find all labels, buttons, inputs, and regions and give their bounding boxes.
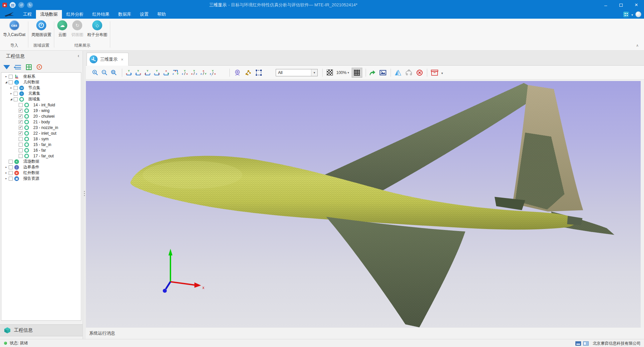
tree-item[interactable]: ▸ 报告资源 bbox=[1, 176, 81, 181]
tree-checkbox[interactable] bbox=[19, 109, 23, 113]
tab-3d-view[interactable]: 三维显示 bbox=[87, 53, 129, 66]
collapse-ribbon-icon[interactable] bbox=[636, 43, 639, 48]
collapse-panel-icon[interactable] bbox=[78, 53, 79, 58]
ribbon-button[interactable]: 周期面设置 bbox=[30, 20, 52, 38]
chevron-down-icon[interactable] bbox=[631, 11, 633, 17]
mesh-toggle-button[interactable] bbox=[352, 68, 362, 78]
menu-item[interactable]: 红外分析 bbox=[62, 10, 88, 19]
tree-item[interactable]: ◢ 面域集 bbox=[1, 96, 81, 102]
tree-expander[interactable]: ▸ bbox=[4, 177, 8, 180]
new-document-icon[interactable] bbox=[10, 2, 16, 8]
ribbon-button[interactable]: cas 导入Cas/Dat bbox=[2, 20, 26, 38]
view-orientation-icon[interactable]: Y x z bbox=[144, 69, 151, 76]
menu-item[interactable]: 设置 bbox=[136, 10, 153, 19]
tree-checkbox[interactable] bbox=[14, 86, 18, 90]
tree-expander[interactable]: ▸ bbox=[4, 171, 8, 174]
3d-viewport[interactable]: x bbox=[86, 81, 641, 328]
grid-view-icon[interactable] bbox=[26, 64, 32, 70]
tree-item[interactable]: 17 - far_out bbox=[1, 153, 81, 159]
transparency-icon[interactable] bbox=[327, 69, 333, 76]
tree-checkbox[interactable] bbox=[9, 177, 13, 181]
export-arrow-icon[interactable] bbox=[369, 69, 376, 76]
undo-icon[interactable] bbox=[18, 2, 24, 8]
cloud-share-icon[interactable] bbox=[405, 69, 413, 76]
view-orientation-icon[interactable]: x z Y bbox=[200, 69, 207, 76]
menu-item[interactable]: 数据库 bbox=[114, 10, 136, 19]
tree-expander[interactable]: ▸ bbox=[4, 166, 8, 169]
tree-checkbox[interactable] bbox=[19, 131, 23, 135]
tree-checkbox[interactable] bbox=[14, 92, 18, 96]
close-button[interactable] bbox=[629, 0, 644, 10]
locate-icon[interactable] bbox=[37, 64, 42, 70]
menu-item[interactable]: 帮助 bbox=[153, 10, 170, 19]
view-orientation-icon[interactable]: Y z x bbox=[181, 69, 188, 76]
tree-item[interactable]: 22 - inlet_out bbox=[1, 130, 81, 136]
tree-checkbox[interactable] bbox=[9, 160, 13, 164]
panel-footer-tab[interactable]: 工程信息 bbox=[0, 324, 83, 336]
tab-close-icon[interactable] bbox=[121, 57, 124, 62]
tree-checkbox[interactable] bbox=[9, 171, 13, 175]
particles-icon[interactable] bbox=[244, 69, 252, 76]
tree-item[interactable]: ◢ 几何数据 bbox=[1, 79, 81, 85]
tree-item[interactable]: 14 - int_fluid bbox=[1, 102, 81, 108]
tree-expander[interactable]: ▸ bbox=[9, 92, 13, 95]
tree-checkbox[interactable] bbox=[19, 148, 23, 152]
tree-checkbox[interactable] bbox=[9, 165, 13, 169]
tree-item[interactable]: 流场数据 bbox=[1, 159, 81, 164]
app-pin-icon[interactable] bbox=[2, 3, 7, 7]
tree-checkbox[interactable] bbox=[19, 137, 23, 141]
view-orientation-icon[interactable]: x z Y bbox=[163, 69, 169, 76]
ribbon-button[interactable]: 切面图 bbox=[70, 20, 84, 38]
tree-checkbox[interactable] bbox=[19, 126, 23, 130]
tree-expander[interactable]: ▸ bbox=[9, 86, 13, 89]
tree-checkbox[interactable] bbox=[9, 80, 13, 84]
ribbon-button[interactable]: 云图 bbox=[56, 20, 68, 38]
camera-icon[interactable] bbox=[234, 69, 241, 76]
tree-item[interactable]: 21 - body bbox=[1, 119, 81, 125]
view-orientation-icon[interactable]: Y z x bbox=[154, 69, 160, 76]
tree-checkbox[interactable] bbox=[9, 75, 13, 79]
tree-item[interactable]: 15 - far_in bbox=[1, 142, 81, 147]
view-orientation-icon[interactable]: Y z x bbox=[209, 69, 216, 76]
combo-dropdown-icon[interactable] bbox=[311, 69, 317, 76]
tree-checkbox[interactable] bbox=[19, 143, 23, 147]
screenshot-icon[interactable] bbox=[379, 69, 387, 76]
zoom-out-icon[interactable] bbox=[101, 69, 108, 76]
layout-toggle-icon[interactable] bbox=[575, 341, 581, 346]
tree-item[interactable]: ▸ 红外数据 bbox=[1, 170, 81, 176]
menu-item[interactable]: 红外结果 bbox=[88, 10, 114, 19]
archive-dropdown-icon[interactable] bbox=[441, 70, 443, 76]
select-box-icon[interactable] bbox=[255, 69, 262, 76]
user-avatar-icon[interactable] bbox=[635, 11, 641, 17]
filter-icon[interactable] bbox=[3, 65, 10, 69]
tree-item[interactable]: 18 - sym bbox=[1, 136, 81, 142]
tree-item[interactable]: 19 - wing bbox=[1, 108, 81, 113]
tree-item[interactable]: ▸ 边界条件 bbox=[1, 164, 81, 170]
view-orientation-icon[interactable]: x z Y bbox=[172, 69, 179, 76]
tree-item[interactable]: 23 - nozzle_in bbox=[1, 125, 81, 130]
panel-splitter[interactable] bbox=[83, 51, 86, 339]
archive-box-icon[interactable] bbox=[431, 69, 439, 76]
maximize-button[interactable] bbox=[613, 0, 629, 10]
zoom-in-icon[interactable] bbox=[92, 69, 99, 76]
tree-checkbox[interactable] bbox=[14, 97, 18, 101]
ribbon-button[interactable]: 粒子分布图 bbox=[86, 20, 108, 38]
layout-split-icon[interactable] bbox=[583, 341, 589, 346]
tree-item[interactable]: 16 - far bbox=[1, 147, 81, 153]
tree-item[interactable]: 20 - chuiwei bbox=[1, 113, 81, 119]
tree-expander[interactable]: ◢ bbox=[9, 98, 13, 101]
tree-checkbox[interactable] bbox=[19, 114, 23, 118]
tree-expander[interactable]: ▸ bbox=[4, 75, 8, 78]
tree-expander[interactable]: ◢ bbox=[4, 81, 8, 84]
tree-checkbox[interactable] bbox=[19, 154, 23, 158]
menu-item[interactable]: 工程 bbox=[19, 10, 36, 19]
view-orientation-icon[interactable]: Y x z bbox=[191, 69, 197, 76]
redo-icon[interactable] bbox=[27, 2, 33, 8]
tree-checkbox[interactable] bbox=[19, 120, 23, 124]
zoom-level-dropdown[interactable]: 100% bbox=[336, 70, 349, 75]
apps-grid-icon[interactable] bbox=[623, 12, 629, 17]
menu-item[interactable]: 流场数据 bbox=[36, 10, 62, 19]
tree-item[interactable]: ▸ 元素集 bbox=[1, 91, 81, 96]
tree-item[interactable]: ▸ 坐标系 bbox=[1, 74, 81, 79]
tree-checkbox[interactable] bbox=[19, 103, 23, 107]
